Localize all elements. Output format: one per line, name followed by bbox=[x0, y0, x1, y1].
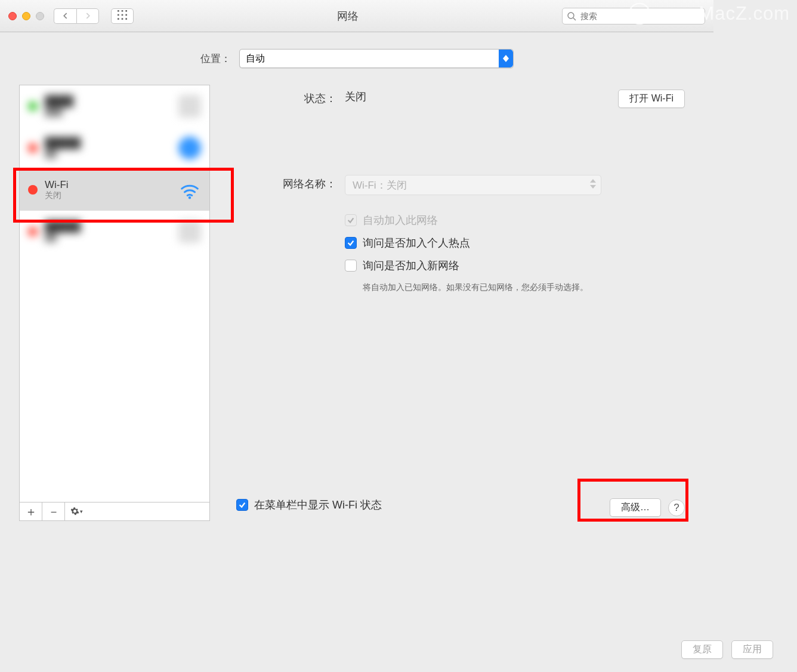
ask-new-checkbox-row[interactable]: 询问是否加入新网络 bbox=[345, 258, 685, 273]
list-item[interactable]: ███████ bbox=[20, 85, 209, 127]
auto-join-checkbox bbox=[345, 214, 357, 226]
status-dot bbox=[28, 185, 38, 195]
svg-point-14 bbox=[189, 196, 191, 199]
ask-hotspot-checkbox-row[interactable]: 询问是否加入个人热点 bbox=[345, 236, 685, 250]
turn-on-wifi-button[interactable]: 打开 Wi-Fi bbox=[618, 90, 685, 108]
svg-marker-16 bbox=[590, 185, 596, 189]
show-menubar-checkbox-row[interactable]: 在菜单栏中显示 Wi-Fi 状态 bbox=[236, 498, 382, 512]
svg-rect-1 bbox=[122, 10, 123, 12]
network-name-value: Wi-Fi：关闭 bbox=[353, 178, 407, 192]
svg-marker-13 bbox=[503, 58, 509, 62]
back-button[interactable] bbox=[54, 8, 76, 24]
help-button[interactable]: ? bbox=[668, 500, 685, 516]
svg-rect-5 bbox=[125, 14, 127, 16]
wifi-icon bbox=[178, 178, 201, 201]
location-dropdown[interactable]: 自动 bbox=[239, 49, 514, 68]
ask-hotspot-label: 询问是否加入个人热点 bbox=[363, 236, 470, 250]
remove-interface-button[interactable]: － bbox=[42, 503, 65, 520]
sidebar-item-wifi[interactable]: Wi-Fi 关闭 bbox=[20, 169, 209, 211]
interface-status: 关闭 bbox=[45, 190, 171, 200]
location-value: 自动 bbox=[246, 53, 265, 65]
svg-rect-0 bbox=[118, 10, 119, 12]
status-dot bbox=[28, 101, 38, 111]
grid-icon bbox=[118, 10, 127, 22]
sidebar-column: ███████ ███████ Wi-Fi 关闭 █████ bbox=[19, 85, 210, 526]
network-name-dropdown: Wi-Fi：关闭 bbox=[345, 175, 601, 195]
show-menubar-label: 在菜单栏中显示 Wi-Fi 状态 bbox=[254, 498, 382, 512]
svg-marker-15 bbox=[590, 179, 596, 183]
titlebar: 网络 bbox=[0, 0, 713, 32]
location-row: 位置： 自动 bbox=[0, 32, 713, 85]
main-area: ███████ ███████ Wi-Fi 关闭 █████ bbox=[0, 85, 713, 538]
status-dot bbox=[28, 227, 38, 236]
svg-rect-7 bbox=[122, 18, 123, 20]
auto-join-checkbox-row: 自动加入此网络 bbox=[345, 213, 685, 227]
svg-point-9 bbox=[568, 13, 574, 19]
show-menubar-checkbox[interactable] bbox=[236, 499, 248, 511]
forward-button[interactable] bbox=[76, 8, 99, 24]
status-value: 关闭 bbox=[345, 90, 366, 108]
interface-list: ███████ ███████ Wi-Fi 关闭 █████ bbox=[19, 85, 210, 503]
list-item[interactable]: ███████ bbox=[20, 211, 209, 252]
auto-join-label: 自动加入此网络 bbox=[363, 213, 438, 227]
svg-rect-6 bbox=[118, 18, 119, 20]
ask-new-label: 询问是否加入新网络 bbox=[363, 258, 459, 273]
gear-icon bbox=[70, 505, 79, 519]
interface-name: Wi-Fi bbox=[45, 179, 171, 191]
ask-new-hint: 将自动加入已知网络。如果没有已知网络，您必须手动选择。 bbox=[363, 281, 601, 294]
zoom-window-button[interactable] bbox=[36, 12, 44, 20]
details-pane: 状态： 关闭 打开 Wi-Fi 网络名称： Wi-Fi：关闭 bbox=[220, 85, 694, 526]
dropdown-arrows-icon bbox=[499, 50, 513, 67]
minimize-window-button[interactable] bbox=[22, 12, 30, 20]
watermark-icon bbox=[628, 2, 651, 25]
list-item[interactable]: ███████ bbox=[20, 127, 209, 169]
window-title: 网络 bbox=[140, 9, 556, 23]
network-name-label: 网络名称： bbox=[220, 175, 345, 191]
show-all-button[interactable] bbox=[111, 8, 134, 24]
svg-rect-4 bbox=[122, 14, 123, 16]
add-interface-button[interactable]: ＋ bbox=[20, 503, 42, 520]
watermark: www.MacZ.com bbox=[628, 2, 713, 25]
actions-menu-button[interactable]: ▾ bbox=[65, 503, 88, 520]
status-label: 状态： bbox=[220, 90, 345, 106]
svg-rect-8 bbox=[125, 18, 127, 20]
status-dot bbox=[28, 143, 38, 153]
dropdown-arrows-icon bbox=[590, 178, 596, 189]
close-window-button[interactable] bbox=[8, 12, 17, 20]
nav-buttons bbox=[54, 8, 99, 24]
svg-line-10 bbox=[573, 18, 576, 20]
ask-new-checkbox[interactable] bbox=[345, 260, 357, 272]
traffic-lights bbox=[8, 12, 44, 20]
search-icon bbox=[567, 11, 576, 21]
location-label: 位置： bbox=[200, 52, 231, 66]
advanced-button[interactable]: 高级… bbox=[610, 498, 661, 517]
svg-rect-3 bbox=[118, 14, 119, 16]
ask-hotspot-checkbox[interactable] bbox=[345, 237, 357, 249]
list-toolbar: ＋ － ▾ bbox=[19, 503, 210, 521]
svg-rect-2 bbox=[125, 10, 127, 12]
